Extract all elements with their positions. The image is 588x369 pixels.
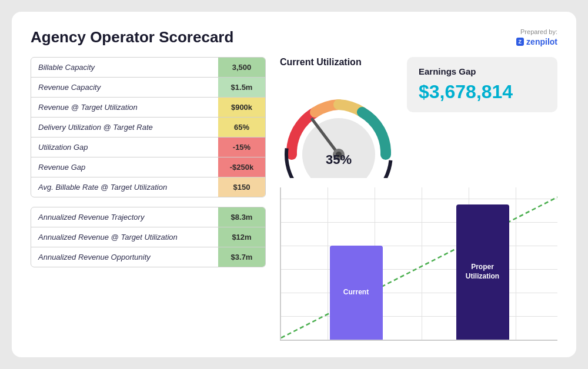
- prepared-by-section: Prepared by: Z zenpilot: [516, 28, 557, 46]
- right-top: Current Utilization: [280, 57, 557, 178]
- gauge-section: Current Utilization: [280, 57, 397, 178]
- z-icon: Z: [516, 38, 524, 46]
- metric-row: Revenue Capacity $1.5m: [31, 78, 265, 98]
- metric-label: Avg. Billable Rate @ Target Utilization: [31, 177, 218, 197]
- earnings-gap-box: Earnings Gap $3,678,814: [407, 57, 557, 112]
- gauge-container: 35%: [280, 72, 397, 178]
- header: Agency Operator Scorecard Prepared by: Z…: [31, 28, 557, 46]
- metric-value: $150: [218, 177, 265, 197]
- annualized-metric-row: Annualized Revenue Opportunity $3.7m: [31, 247, 265, 267]
- annualized-metric-label: Annualized Revenue Trajectory: [31, 207, 218, 227]
- svg-point-1: [302, 118, 375, 178]
- metric-row: Delivery Utilization @ Target Rate 65%: [31, 118, 265, 137]
- annualized-metric-value: $12m: [218, 227, 265, 247]
- bar-item-current: Current: [330, 246, 383, 340]
- bar-proper-label: ProperUtilization: [466, 263, 499, 281]
- annualized-metric-row: Annualized Revenue Trajectory $8.3m: [31, 207, 265, 227]
- annualized-metrics-table: Annualized Revenue Trajectory $8.3m Annu…: [31, 207, 266, 267]
- scorecard-card: Agency Operator Scorecard Prepared by: Z…: [12, 12, 576, 357]
- bars-container: Current ProperUtilization: [281, 187, 557, 340]
- left-panel: Billable Capacity 3,500 Revenue Capacity…: [31, 57, 266, 341]
- metric-label: Billable Capacity: [31, 58, 218, 77]
- zenpilot-text: zenpilot: [526, 37, 557, 46]
- metric-row: Revenue Gap -$250k: [31, 157, 265, 177]
- right-panel: Current Utilization: [280, 57, 557, 341]
- metric-row: Revenue @ Target Utilization $900k: [31, 98, 265, 118]
- metric-label: Revenue Gap: [31, 157, 218, 177]
- prepared-by-label: Prepared by:: [516, 28, 557, 35]
- zenpilot-logo: Z zenpilot: [516, 37, 557, 46]
- metric-value: $1.5m: [218, 78, 265, 97]
- annualized-metric-label: Annualized Revenue @ Target Utilization: [31, 227, 218, 247]
- metric-label: Revenue Capacity: [31, 78, 218, 97]
- bar-item-proper: ProperUtilization: [456, 204, 509, 340]
- earnings-gap-label: Earnings Gap: [419, 66, 546, 76]
- metric-value: $900k: [218, 98, 265, 117]
- gauge-title: Current Utilization: [280, 57, 362, 68]
- metric-label: Revenue @ Target Utilization: [31, 98, 218, 117]
- bar-chart-section: Current ProperUtilization: [280, 187, 557, 341]
- bar-current: Current: [330, 246, 383, 340]
- metric-value: -15%: [218, 137, 265, 157]
- metric-value: 65%: [218, 118, 265, 137]
- metric-label: Utilization Gap: [31, 137, 218, 157]
- metric-row: Utilization Gap -15%: [31, 137, 265, 157]
- bar-current-label: Current: [343, 288, 369, 297]
- annualized-metric-row: Annualized Revenue @ Target Utilization …: [31, 227, 265, 247]
- page-title: Agency Operator Scorecard: [31, 28, 233, 46]
- bar-proper: ProperUtilization: [456, 204, 509, 340]
- content-area: Billable Capacity 3,500 Revenue Capacity…: [31, 57, 557, 341]
- annualized-metric-value: $8.3m: [218, 207, 265, 227]
- earnings-gap-value: $3,678,814: [419, 81, 546, 103]
- metrics-table: Billable Capacity 3,500 Revenue Capacity…: [31, 57, 266, 197]
- annualized-metric-label: Annualized Revenue Opportunity: [31, 247, 218, 267]
- annualized-metric-value: $3.7m: [218, 247, 265, 267]
- metric-row: Avg. Billable Rate @ Target Utilization …: [31, 177, 265, 197]
- gauge-percent: 35%: [326, 152, 352, 167]
- metric-value: -$250k: [218, 157, 265, 177]
- metric-label: Delivery Utilization @ Target Rate: [31, 118, 218, 137]
- metric-value: 3,500: [218, 58, 265, 77]
- metric-row: Billable Capacity 3,500: [31, 58, 265, 78]
